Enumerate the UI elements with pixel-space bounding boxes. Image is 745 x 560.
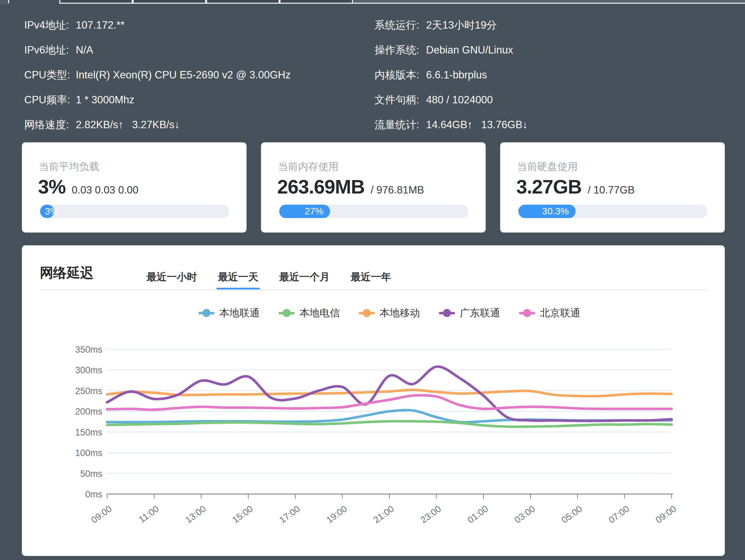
card-extra-value: / 976.81MB	[371, 184, 424, 196]
x-axis-label: 13:00	[184, 504, 208, 525]
x-axis-label: 23:00	[419, 504, 443, 525]
x-axis-label: 17:00	[278, 504, 302, 525]
info-row-file-handles: 文件句柄: 480 / 1024000	[375, 93, 528, 107]
disk-progress-bar: 30.3%	[518, 205, 707, 218]
info-row-ipv6: IPv6地址: N/A	[24, 43, 291, 58]
info-label: 文件句柄:	[375, 93, 426, 107]
info-value: 107.172.**	[76, 19, 125, 31]
card-value: 3%	[38, 175, 66, 198]
server-tab-2[interactable]	[133, 0, 206, 4]
card-extra-value: 0.03 0.03 0.00	[72, 184, 138, 196]
y-axis-label: 50ms	[80, 469, 102, 479]
dashboard-page: IPv4地址: 107.172.** IPv6地址: N/A CPU类型: In…	[0, 0, 745, 560]
y-axis-label: 0ms	[85, 489, 102, 499]
info-value: 14.64GB↑ 13.76GB↓	[426, 119, 528, 131]
x-axis-label: 03:00	[513, 504, 537, 525]
top-strip-left-pad	[0, 0, 8, 4]
y-axis-label: 200ms	[75, 407, 102, 417]
x-axis-label: 09:00	[654, 504, 678, 525]
network-latency-card: 网络延迟 最近一小时 最近一天 最近一个月 最近一年 本地联通本地电信本地移动广…	[22, 245, 725, 556]
top-tab-strip	[0, 0, 745, 4]
system-info-left: IPv4地址: 107.172.** IPv6地址: N/A CPU类型: In…	[24, 18, 291, 132]
info-row-traffic: 流量统计: 14.64GB↑ 13.76GB↓	[375, 117, 528, 132]
x-axis-label: 07:00	[607, 504, 631, 525]
card-value-row: 263.69MB / 976.81MB	[277, 175, 472, 198]
info-row-cpu-type: CPU类型: Intel(R) Xeon(R) CPU E5-2690 v2 @…	[24, 68, 291, 82]
load-progress-bar: 3%	[40, 205, 229, 218]
y-axis-label: 150ms	[75, 427, 102, 438]
info-row-cpu-freq: CPU频率: 1 * 3000Mhz	[24, 93, 291, 107]
y-axis-label: 300ms	[75, 365, 102, 375]
y-axis-label: 250ms	[75, 386, 102, 396]
info-label: 网络速度:	[24, 118, 76, 132]
server-tab-3[interactable]	[206, 0, 280, 4]
progress-label: 27%	[304, 206, 330, 217]
info-label: CPU频率:	[24, 93, 76, 107]
info-row-ipv4: IPv4地址: 107.172.**	[24, 18, 291, 33]
card-value-row: 3.27GB / 10.77GB	[516, 175, 711, 198]
info-row-uptime: 系统运行: 2天13小时19分	[375, 18, 528, 33]
info-label: 内核版本:	[375, 68, 426, 82]
info-label: 系统运行:	[375, 18, 426, 32]
info-value: Debian GNU/Linux	[426, 44, 513, 56]
info-row-os: 操作系统: Debian GNU/Linux	[375, 43, 528, 58]
info-value: 2天13小时19分	[426, 18, 497, 32]
info-value: Intel(R) Xeon(R) CPU E5-2690 v2 @ 3.00GH…	[76, 69, 291, 81]
info-value: N/A	[76, 44, 93, 56]
x-axis-label: 05:00	[560, 504, 584, 525]
info-label: IPv4地址:	[24, 18, 76, 32]
progress-fill: 3%	[40, 205, 54, 218]
info-row-kernel: 内核版本: 6.6.1-bbrplus	[375, 68, 528, 82]
card-value: 263.69MB	[277, 175, 365, 198]
memory-progress-bar: 27%	[279, 205, 468, 218]
progress-fill: 30.3%	[518, 205, 576, 218]
latency-line-chart: 0ms50ms100ms150ms200ms250ms300ms350ms09:…	[22, 245, 725, 556]
info-label: CPU类型:	[24, 68, 76, 82]
server-tab-1[interactable]	[59, 0, 133, 4]
system-info-right: 系统运行: 2天13小时19分 操作系统: Debian GNU/Linux 内…	[375, 18, 528, 132]
x-axis-label: 01:00	[466, 504, 490, 525]
x-axis-label: 11:00	[137, 504, 161, 525]
card-value-row: 3% 0.03 0.03 0.00	[38, 175, 233, 198]
server-tab-4[interactable]	[280, 0, 353, 4]
memory-card: 当前内存使用 263.69MB / 976.81MB 27%	[261, 142, 486, 233]
info-value: 6.6.1-bbrplus	[426, 69, 487, 81]
y-axis-label: 100ms	[75, 448, 102, 458]
x-axis-label: 21:00	[371, 504, 396, 525]
y-axis-label: 350ms	[75, 345, 102, 355]
top-strip-divider	[8, 0, 9, 3]
info-value: 2.82KB/s↑ 3.27KB/s↓	[76, 119, 180, 131]
disk-card: 当前硬盘使用 3.27GB / 10.77GB 30.3%	[500, 142, 725, 233]
info-value: 480 / 1024000	[426, 94, 493, 106]
x-axis-label: 09:00	[89, 504, 114, 525]
card-value: 3.27GB	[516, 175, 582, 198]
top-strip-filler	[353, 0, 745, 4]
card-title: 当前平均负载	[39, 160, 99, 174]
info-row-net-speed: 网络速度: 2.82KB/s↑ 3.27KB/s↓	[24, 117, 291, 132]
load-card: 当前平均负载 3% 0.03 0.03 0.00 3%	[22, 142, 247, 233]
info-label: IPv6地址:	[24, 43, 76, 57]
info-label: 操作系统:	[375, 43, 426, 57]
progress-label: 3%	[45, 206, 58, 217]
progress-fill: 27%	[279, 205, 330, 218]
card-title: 当前内存使用	[278, 160, 338, 174]
card-extra-value: / 10.77GB	[588, 184, 635, 196]
info-label: 流量统计:	[375, 118, 426, 132]
progress-label: 30.3%	[542, 206, 576, 217]
info-value: 1 * 3000Mhz	[76, 94, 134, 106]
x-axis-label: 15:00	[230, 504, 255, 525]
x-axis-label: 19:00	[325, 504, 349, 525]
card-title: 当前硬盘使用	[517, 160, 578, 174]
